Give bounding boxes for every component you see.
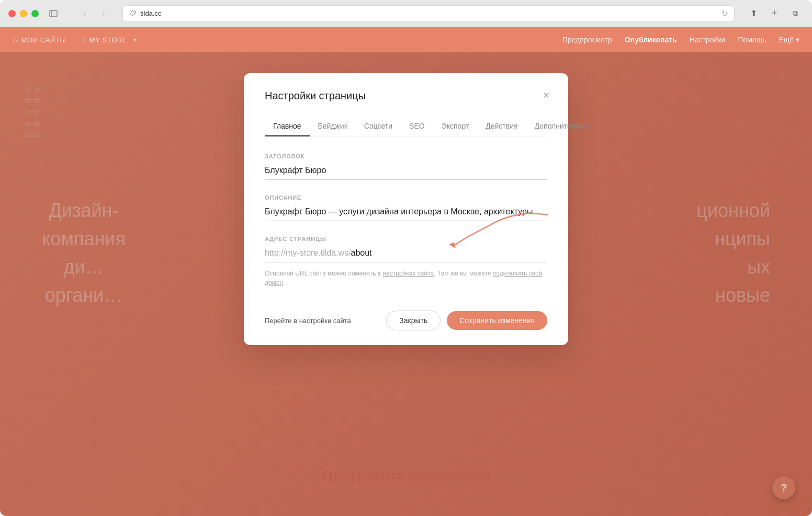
- home-icon[interactable]: ⌂: [13, 36, 17, 44]
- breadcrumb-arrow: ——›: [71, 36, 85, 43]
- page-settings-modal: Настройки страницы × Главное Бейджик Соц…: [244, 73, 568, 345]
- title-field-group: ЗАГОЛОВОК: [265, 153, 547, 180]
- reload-icon[interactable]: ↻: [721, 9, 728, 18]
- go-to-site-settings-link[interactable]: Перейти в настройки сайта: [265, 317, 351, 325]
- url-slug-text: about: [351, 248, 372, 257]
- nav-more[interactable]: Ещё ▾: [779, 36, 799, 44]
- fullscreen-traffic-light[interactable]: [31, 10, 39, 17]
- forward-button[interactable]: ›: [95, 5, 112, 22]
- share-button[interactable]: ⬆: [745, 5, 762, 22]
- title-input[interactable]: [265, 164, 547, 180]
- url-text: tilda.cc: [140, 9, 161, 17]
- modal-close-button[interactable]: ×: [541, 88, 551, 102]
- breadcrumb-my-sites[interactable]: МОИ САЙТЫ: [21, 36, 66, 44]
- shield-icon: 🛡: [129, 9, 136, 17]
- hint-text: Основной URL сайта можно поменять в наст…: [265, 269, 547, 288]
- browser-nav: ‹ ›: [76, 5, 112, 22]
- description-label: ОПИСАНИЕ: [265, 194, 547, 201]
- new-tab-button[interactable]: +: [766, 5, 783, 22]
- close-traffic-light[interactable]: [8, 10, 16, 17]
- title-label: ЗАГОЛОВОК: [265, 153, 547, 159]
- background-content: ≈≈≈≈≈≈≈≈≈≈ Дизайн- компания ди… органи… …: [0, 52, 812, 516]
- address-display[interactable]: http://my-store.tilda.ws/about: [265, 246, 547, 262]
- tabs-button[interactable]: ⧉: [787, 5, 804, 22]
- modal-title: Настройки страницы: [265, 90, 547, 102]
- browser-window: ‹ › 🛡 tilda.cc ↻ ⬆ + ⧉ ⌂ МОИ САЙТЫ ——› M…: [0, 0, 812, 516]
- app-header-left: ⌂ МОИ САЙТЫ ——› MY STORE ▾: [13, 36, 562, 44]
- browser-titlebar: ‹ › 🛡 tilda.cc ↻ ⬆ + ⧉: [0, 0, 812, 27]
- footer-buttons: Закрыть Сохранить изменения: [386, 311, 547, 330]
- tab-main[interactable]: Главное: [265, 117, 310, 136]
- description-input[interactable]: [265, 205, 547, 221]
- nav-preview[interactable]: Предпросмотр: [562, 36, 612, 44]
- minimize-traffic-light[interactable]: [20, 10, 27, 17]
- address-bar[interactable]: 🛡 tilda.cc ↻: [122, 5, 735, 22]
- url-base-text: http://my-store.tilda.ws/: [265, 248, 351, 257]
- address-field-wrapper: http://my-store.tilda.ws/about: [265, 246, 547, 262]
- modal-overlay: Настройки страницы × Главное Бейджик Соц…: [0, 52, 812, 516]
- site-settings-hint-link[interactable]: настройках сайта: [382, 270, 434, 277]
- address-label: АДРЕС СТРАНИЦЫ: [265, 236, 547, 242]
- save-button[interactable]: Сохранить изменения: [447, 311, 547, 330]
- tab-actions[interactable]: Действия: [477, 117, 526, 136]
- tab-export[interactable]: Экспорт: [433, 117, 478, 136]
- sidebar-toggle-button[interactable]: [45, 5, 62, 22]
- address-field-group: АДРЕС СТРАНИЦЫ http://my-store.tilda.ws/…: [265, 236, 547, 288]
- tab-seo[interactable]: SEO: [401, 117, 433, 136]
- modal-footer: Перейти в настройки сайта Закрыть Сохран…: [265, 302, 547, 330]
- app-header: ⌂ МОИ САЙТЫ ——› MY STORE ▾ Предпросмотр …: [0, 27, 812, 52]
- close-button[interactable]: Закрыть: [386, 311, 441, 330]
- tab-additional[interactable]: Дополнительно: [526, 117, 596, 136]
- nav-publish[interactable]: Опубликовать: [625, 36, 677, 44]
- breadcrumb-current-site[interactable]: MY STORE: [89, 36, 128, 44]
- tab-social[interactable]: Соцсети: [356, 117, 401, 136]
- toolbar-right: ⬆ + ⧉: [745, 5, 804, 22]
- description-field-group: ОПИСАНИЕ: [265, 194, 547, 221]
- svg-rect-0: [50, 10, 57, 17]
- nav-settings[interactable]: Настройки: [690, 36, 726, 44]
- app-header-right: Предпросмотр Опубликовать Настройки Помо…: [562, 36, 799, 44]
- modal-tabs: Главное Бейджик Соцсети SEO Экспорт Дейс…: [265, 117, 547, 136]
- nav-help[interactable]: Помощь: [738, 36, 766, 44]
- back-button[interactable]: ‹: [76, 5, 93, 22]
- tab-badge[interactable]: Бейджик: [310, 117, 356, 136]
- traffic-lights: [8, 10, 39, 17]
- site-dropdown-icon[interactable]: ▾: [133, 37, 137, 43]
